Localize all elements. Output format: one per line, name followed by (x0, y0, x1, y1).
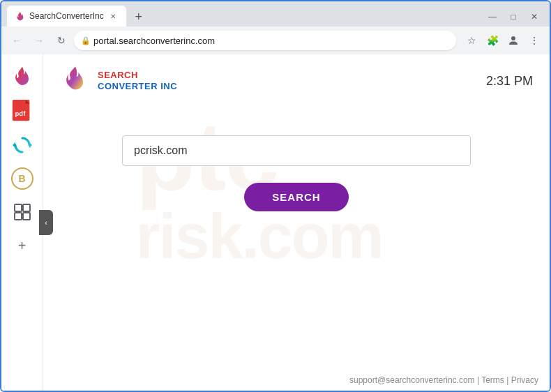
search-area: SEARCH (43, 135, 550, 211)
grid-icon (14, 204, 31, 220)
sidebar-grid-button[interactable] (10, 199, 35, 225)
url-display: portal.searchconverterinc.com (93, 36, 449, 46)
watermark-bottom: risk.com (135, 205, 382, 268)
bitcoin-icon: B (11, 167, 33, 190)
logo-line1: SEARCH (98, 70, 177, 81)
sidebar-bitcoin-button[interactable]: B (10, 166, 35, 191)
minimize-button[interactable]: — (483, 7, 502, 27)
svg-text:pdf: pdf (15, 110, 26, 117)
pdf-icon: pdf (12, 100, 33, 123)
svg-point-0 (511, 36, 515, 40)
tab-strip-right: — □ ✕ (483, 7, 544, 27)
logo-text: SEARCH CONVERTER INC (98, 70, 177, 91)
svg-marker-4 (29, 142, 32, 148)
page-header: SEARCH CONVERTER INC 2:31 PM (43, 54, 550, 107)
sync-icon (13, 135, 32, 155)
account-button[interactable] (504, 31, 523, 50)
sidebar-logo[interactable] (10, 66, 35, 91)
maximize-button[interactable]: □ (504, 7, 523, 27)
bookmark-star-button[interactable]: ☆ (462, 31, 481, 50)
page-footer: support@searchconverterinc.com | Terms |… (349, 375, 538, 385)
svg-marker-5 (13, 142, 15, 148)
logo-line2: CONVERTER INC (98, 81, 177, 92)
sidebar-sync-button[interactable] (10, 133, 35, 158)
search-button[interactable]: SEARCH (244, 183, 348, 211)
footer-email: support@searchconverterinc.com (349, 375, 475, 385)
close-window-button[interactable]: ✕ (524, 7, 544, 27)
logo-area: SEARCH CONVERTER INC (60, 66, 177, 96)
active-tab[interactable]: SearchConverterInc ✕ (7, 6, 126, 27)
refresh-button[interactable]: ↻ (52, 31, 71, 50)
search-input-wrapper (122, 135, 471, 166)
svg-rect-6 (15, 204, 22, 211)
address-bar[interactable]: 🔒 portal.searchconverterinc.com (74, 31, 456, 50)
svg-rect-7 (23, 204, 30, 211)
sidebar-collapse-button[interactable]: ‹ (39, 210, 53, 235)
browser-content: pdf (1, 54, 550, 391)
page-content: ptc risk.com (43, 54, 550, 391)
collapse-chevron-icon: ‹ (45, 218, 47, 227)
footer-privacy-link[interactable]: Privacy (511, 375, 538, 385)
footer-terms-link[interactable]: Terms (481, 375, 504, 385)
extensions-button[interactable]: 🧩 (483, 31, 502, 50)
plus-icon: + (18, 238, 27, 254)
new-tab-button[interactable]: + (129, 7, 149, 27)
tab-favicon (15, 11, 25, 21)
menu-button[interactable]: ⋮ (524, 31, 544, 50)
search-input[interactable] (122, 135, 471, 166)
tab-close-button[interactable]: ✕ (108, 11, 118, 21)
back-button[interactable]: ← (7, 31, 27, 50)
sidebar-pdf-button[interactable]: pdf (10, 99, 35, 124)
tab-strip: SearchConverterInc ✕ + — □ ✕ (1, 1, 550, 27)
header-time: 2:31 PM (486, 74, 533, 89)
browser-frame: SearchConverterInc ✕ + — □ ✕ ← → ↻ 🔒 por… (0, 0, 551, 392)
address-bar-actions: ☆ 🧩 ⋮ (462, 31, 544, 50)
svg-rect-9 (23, 213, 30, 220)
address-bar-row: ← → ↻ 🔒 portal.searchconverterinc.com ☆ … (1, 27, 550, 54)
svg-rect-8 (15, 213, 22, 220)
sidebar-add-button[interactable]: + (10, 233, 35, 258)
sidebar-flame-icon (11, 66, 33, 91)
tab-label: SearchConverterInc (29, 11, 104, 21)
logo-flame-icon (60, 66, 91, 96)
sidebar: pdf (1, 54, 43, 391)
forward-button[interactable]: → (29, 31, 49, 50)
lock-icon: 🔒 (81, 36, 91, 45)
